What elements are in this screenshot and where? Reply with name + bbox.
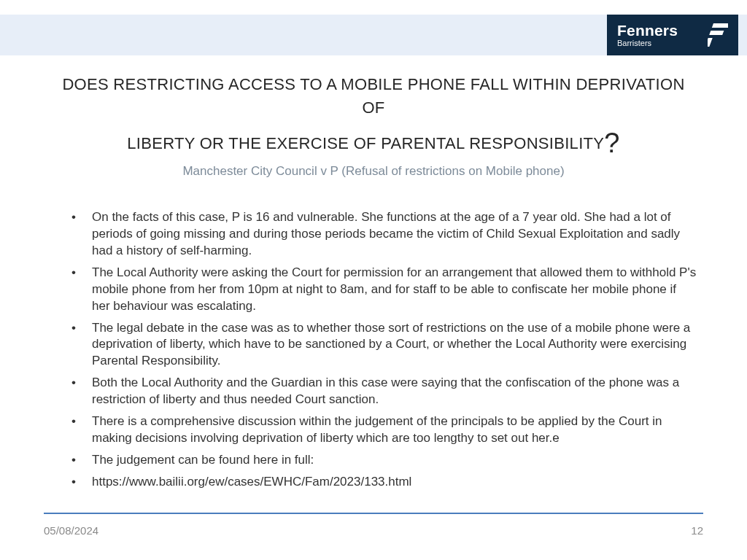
footer-date: 05/08/2024: [44, 524, 98, 537]
brand-logo-icon: [708, 23, 728, 47]
list-item: The legal debate in the case was as to w…: [71, 320, 697, 370]
brand-text: Fenners Barristers: [617, 23, 699, 47]
svg-rect-0: [712, 23, 728, 28]
brand-box: Fenners Barristers: [607, 15, 738, 55]
footer: 05/08/2024 12: [44, 513, 703, 537]
footer-page-number: 12: [691, 524, 703, 537]
list-item: The Local Authority were asking the Cour…: [71, 265, 697, 315]
brand-name: Fenners: [617, 23, 699, 38]
bullet-list: On the facts of this case, P is 16 and v…: [50, 209, 697, 491]
list-item: The judgement can be found here in full:: [71, 452, 697, 469]
list-item: https://www.bailii.org/ew/cases/EWHC/Fam…: [71, 474, 697, 491]
title-question-mark: ?: [604, 128, 619, 158]
slide: Fenners Barristers DOES RESTRICTING ACCE…: [0, 0, 747, 560]
list-item: There is a comprehensive discussion with…: [71, 413, 697, 447]
title-line1: DOES RESTRICTING ACCESS TO A MOBILE PHON…: [62, 75, 684, 117]
title-line2: LIBERTY OR THE EXERCISE OF PARENTAL RESP…: [127, 134, 604, 152]
content-area: DOES RESTRICTING ACCESS TO A MOBILE PHON…: [0, 73, 747, 496]
footer-row: 05/08/2024 12: [44, 524, 703, 537]
slide-subtitle: Manchester City Council v P (Refusal of …: [50, 164, 697, 179]
list-item: On the facts of this case, P is 16 and v…: [71, 209, 697, 260]
list-item: Both the Local Authority and the Guardia…: [71, 375, 697, 408]
svg-rect-1: [709, 31, 724, 35]
brand-sub: Barristers: [617, 39, 699, 47]
footer-rule: [44, 513, 703, 514]
svg-rect-2: [708, 38, 713, 47]
slide-title: DOES RESTRICTING ACCESS TO A MOBILE PHON…: [50, 73, 697, 160]
